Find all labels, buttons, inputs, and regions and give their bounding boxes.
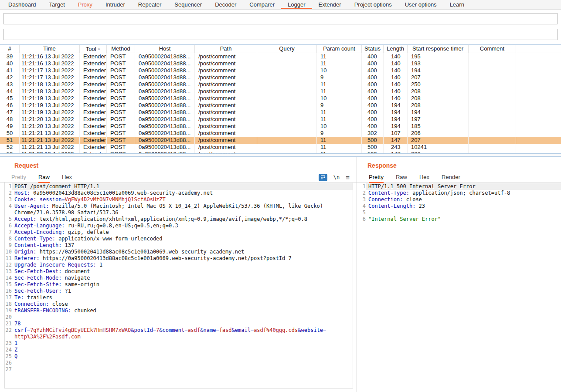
menu-tab-extender[interactable]: Extender	[312, 0, 348, 9]
cell-num: 44	[0, 88, 20, 95]
menu-tab-learn[interactable]: Learn	[443, 0, 471, 9]
column-header-status[interactable]: Status	[362, 45, 384, 53]
log-row-46[interactable]: 4611:21:19 13 Jul 2022ExtenderPOST0a9500…	[0, 102, 561, 109]
cell-host: 0a9500020413d88...	[135, 123, 195, 130]
column-header-method[interactable]: Method	[107, 45, 135, 53]
cell-param-count: 10	[317, 95, 362, 102]
column-header-num[interactable]: #	[0, 45, 20, 53]
menu-tab-project-options[interactable]: Project options	[348, 0, 398, 9]
column-header-param-count[interactable]: Param count	[317, 45, 362, 53]
syntax-segment: POST /post/comment HTTP/1.1	[14, 183, 99, 189]
cell-time: 11:21:21 13 Jul 2022	[20, 137, 80, 144]
menu-tab-repeater[interactable]: Repeater	[132, 0, 168, 9]
cell-comment	[469, 53, 516, 60]
log-row-41[interactable]: 4111:21:17 13 Jul 2022ExtenderPOST0a9500…	[0, 67, 561, 74]
pretty-print-icon[interactable]	[319, 174, 327, 181]
log-row-51[interactable]: 5111:21:21 13 Jul 2022ExtenderPOST0a9500…	[0, 137, 561, 144]
log-row-53[interactable]: 5311:21:22 13 Jul 2022ExtenderPOST0a9500…	[0, 151, 561, 153]
log-row-43[interactable]: 4311:21:18 13 Jul 2022ExtenderPOST0a9500…	[0, 81, 561, 88]
cell-tool: Extender	[80, 67, 107, 74]
syntax-segment: 78	[14, 321, 20, 327]
capture-filter-bar[interactable]: Capture filter: Logger memory limit set …	[3, 13, 558, 24]
response-editor[interactable]: 1HTTP/1.1 500 Internal Server Error2Cont…	[359, 182, 561, 389]
syntax-segment: ?1	[61, 288, 71, 294]
response-tab-raw[interactable]: Raw	[396, 174, 407, 183]
request-line-content: csrf=7gYzhMCiFvi4gBEyUEEk7HmHSHM7xWAO&po…	[12, 327, 353, 334]
cell-method: POST	[107, 74, 135, 81]
log-row-47[interactable]: 4711:21:19 13 Jul 2022ExtenderPOST0a9500…	[0, 109, 561, 116]
syntax-segment: Connection:	[14, 301, 49, 307]
request-tab-pretty[interactable]: Pretty	[11, 174, 26, 183]
request-tab-raw[interactable]: Raw	[38, 174, 50, 183]
menu-tab-intruder[interactable]: Intruder	[99, 0, 132, 9]
log-row-44[interactable]: 4411:21:18 13 Jul 2022ExtenderPOST0a9500…	[0, 88, 561, 95]
view-filter-bar[interactable]: View filter: Showing all items	[3, 29, 558, 40]
request-line-content	[12, 366, 353, 373]
menu-tab-user-options[interactable]: User options	[398, 0, 443, 9]
cell-start-response-timer: 207	[408, 137, 469, 144]
column-header-comment[interactable]: Comment	[469, 45, 516, 53]
column-header-label: Param count	[323, 45, 355, 52]
cell-length: 140	[384, 74, 408, 81]
response-line-content: HTTP/1.1 500 Internal Server Error	[366, 183, 561, 190]
log-row-52[interactable]: 5211:21:21 13 Jul 2022ExtenderPOST0a9500…	[0, 144, 561, 151]
syntax-segment: ru-RU,ru;q=0.8,en-US;q=0.5,en;q=0.3	[65, 223, 178, 229]
split-divider[interactable]	[0, 153, 561, 157]
menu-tab-dashboard[interactable]: Dashboard	[2, 0, 43, 9]
syntax-segment: Sec-Fetch-Site:	[14, 281, 61, 287]
request-line-content: 78	[12, 321, 353, 327]
cell-method: POST	[107, 60, 135, 67]
syntax-segment: Cookie:	[14, 196, 37, 203]
cell-comment	[469, 151, 516, 153]
cell-method: POST	[107, 123, 135, 130]
line-number: 7	[5, 229, 12, 236]
menu-tab-decoder[interactable]: Decoder	[208, 0, 243, 9]
log-row-48[interactable]: 4811:21:20 13 Jul 2022ExtenderPOST0a9500…	[0, 116, 561, 123]
cell-path: /post/comment	[195, 144, 257, 151]
menu-tab-logger[interactable]: Logger	[281, 0, 312, 9]
log-row-50[interactable]: 5011:21:21 13 Jul 2022ExtenderPOST0a9500…	[0, 130, 561, 137]
log-row-49[interactable]: 4911:21:20 13 Jul 2022ExtenderPOST0a9500…	[0, 123, 561, 130]
editor-menu-icon[interactable]: ≡	[346, 174, 350, 181]
request-line: 22csrf=7gYzhMCiFvi4gBEyUEEk7HmHSHM7xWAO&…	[5, 327, 353, 334]
request-line: 15Sec-Fetch-Site: same-origin	[5, 281, 353, 288]
log-row-42[interactable]: 4211:21:17 13 Jul 2022ExtenderPOST0a9500…	[0, 74, 561, 81]
cell-num: 43	[0, 81, 20, 88]
log-row-45[interactable]: 4511:21:19 13 Jul 2022ExtenderPOST0a9500…	[0, 95, 561, 102]
column-header-path[interactable]: Path	[195, 45, 257, 53]
column-header-query[interactable]: Query	[257, 45, 317, 53]
request-tabs: PrettyRawHex	[11, 173, 84, 180]
response-tab-hex[interactable]: Hex	[419, 174, 429, 183]
response-tabs-row: PrettyRawHexRender	[357, 173, 561, 182]
column-header-host[interactable]: Host	[135, 45, 195, 53]
log-row-39[interactable]: 3911:21:16 13 Jul 2022ExtenderPOST0a9500…	[0, 53, 561, 60]
log-row-40[interactable]: 4011:21:16 13 Jul 2022ExtenderPOST0a9500…	[0, 60, 561, 67]
menu-tab-proxy[interactable]: Proxy	[71, 0, 99, 9]
cell-length: 243	[384, 144, 408, 151]
logger-table: #TimeTool∧MethodHostPathQueryParam count…	[0, 44, 561, 153]
column-header-start-response-timer[interactable]: Start response timer	[408, 45, 469, 53]
column-header-length[interactable]: Length	[384, 45, 408, 53]
response-tab-pretty[interactable]: Pretty	[369, 174, 384, 183]
cell-time: 11:21:22 13 Jul 2022	[20, 151, 80, 153]
cell-param-count: 11	[317, 53, 362, 60]
cell-time: 11:21:21 13 Jul 2022	[20, 144, 80, 151]
menu-tab-target[interactable]: Target	[43, 0, 71, 9]
request-tab-hex[interactable]: Hex	[62, 174, 72, 183]
column-header-label: Method	[111, 45, 130, 52]
menu-tab-sequencer[interactable]: Sequencer	[168, 0, 208, 9]
response-line-content: "Internal Server Error"	[366, 216, 561, 223]
newline-toggle-icon[interactable]: \n	[333, 174, 340, 180]
request-line-content: Chrome/71.0.3578.98 Safari/537.36	[12, 210, 353, 216]
request-line: 26	[5, 360, 353, 366]
column-header-tool[interactable]: Tool∧	[80, 45, 107, 53]
syntax-segment: Upgrade-Insecure-Requests:	[14, 262, 96, 268]
cell-tool: Extender	[80, 123, 107, 130]
request-line: Chrome/71.0.3578.98 Safari/537.36	[5, 210, 353, 216]
line-number: 4	[359, 203, 366, 210]
request-editor[interactable]: 1POST /post/comment HTTP/1.12Host: 0a950…	[4, 182, 353, 389]
menu-tab-comparer[interactable]: Comparer	[243, 0, 281, 9]
response-tab-render[interactable]: Render	[442, 174, 460, 183]
column-header-time[interactable]: Time	[20, 45, 80, 53]
response-line: 5	[359, 210, 561, 216]
